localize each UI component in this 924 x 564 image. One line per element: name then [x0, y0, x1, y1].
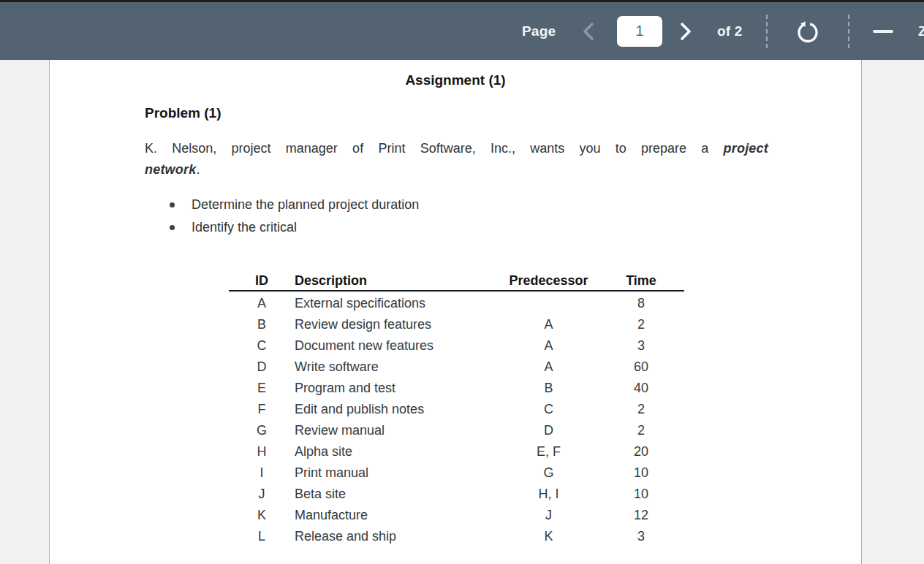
cell-predecessor: G: [499, 462, 598, 484]
bullet-item: Determine the planned project duration: [170, 194, 419, 216]
activity-table: ID Description Predecessor Time A Extern…: [229, 273, 684, 547]
cell-description: Beta site: [295, 484, 499, 505]
cell-predecessor: E, F: [499, 441, 598, 462]
cell-predecessor: [499, 291, 598, 314]
cell-id: A: [229, 291, 295, 314]
paragraph-bold-italic: network: [145, 162, 196, 177]
cell-time: 10: [598, 484, 684, 505]
cell-predecessor: D: [499, 420, 598, 441]
table-row: I Print manual G 10: [229, 462, 684, 484]
column-header-predecessor: Predecessor: [499, 273, 598, 291]
cell-description: Write software: [295, 357, 499, 378]
page-number-input[interactable]: [617, 16, 662, 47]
cell-description: Print manual: [295, 462, 499, 484]
cell-predecessor: A: [499, 335, 598, 357]
cell-predecessor: H, I: [499, 484, 598, 505]
cell-id: B: [229, 314, 295, 335]
next-page-button[interactable]: [679, 22, 692, 41]
pdf-page: Assignment (1) Problem (1) K. Nelson, pr…: [49, 60, 862, 564]
chevron-right-icon: [679, 32, 692, 43]
zoom-label-clipped: Z: [918, 23, 924, 39]
table-row: A External specifications 8: [229, 291, 684, 314]
table-row: K Manufacture J 12: [229, 505, 684, 526]
bullet-icon: [170, 202, 175, 207]
paragraph-line-2: network.: [145, 159, 768, 180]
cell-time: 8: [598, 291, 684, 314]
bullet-item: Identify the critical: [170, 217, 297, 238]
cell-id: J: [229, 484, 295, 505]
paragraph-text: K. Nelson, project manager of Print Soft…: [145, 141, 708, 156]
table-header-row: ID Description Predecessor Time: [229, 273, 684, 291]
rotate-page-button[interactable]: [794, 18, 822, 45]
column-header-id: ID: [229, 273, 295, 291]
cell-id: E: [229, 378, 295, 399]
table-row: J Beta site H, I 10: [229, 484, 684, 505]
cell-description: Review design features: [295, 314, 499, 335]
table-row: G Review manual D 2: [229, 420, 684, 441]
cell-time: 2: [598, 420, 684, 441]
intro-paragraph: K. Nelson, project manager of Print Soft…: [145, 138, 768, 180]
zoom-out-button[interactable]: [871, 22, 895, 41]
cell-id: C: [229, 335, 295, 357]
cell-description: Alpha site: [295, 441, 499, 462]
cell-time: 20: [598, 441, 684, 462]
cell-id: G: [229, 420, 295, 441]
page-label: Page: [522, 23, 556, 39]
cell-predecessor: C: [499, 399, 598, 420]
cell-time: 2: [598, 314, 684, 335]
cell-predecessor: J: [499, 505, 598, 526]
previous-page-button[interactable]: [582, 22, 594, 41]
cell-time: 3: [598, 526, 684, 547]
cell-time: 2: [598, 399, 684, 420]
cell-time: 40: [598, 378, 684, 399]
section-heading: Problem (1): [145, 105, 221, 121]
table-row: D Write software A 60: [229, 357, 684, 378]
column-header-time: Time: [598, 273, 684, 291]
toolbar-divider: [848, 15, 849, 48]
cell-id: D: [229, 357, 295, 378]
paragraph-text: .: [196, 162, 200, 177]
cell-description: Program and test: [295, 378, 499, 399]
cell-predecessor: A: [499, 357, 598, 378]
cell-id: L: [229, 526, 295, 547]
bullet-text: Identify the critical: [192, 220, 297, 235]
column-header-description: Description: [295, 273, 499, 291]
table-header: ID Description Predecessor Time: [229, 273, 684, 291]
cell-id: H: [229, 441, 295, 462]
of-pages-label: of 2: [717, 23, 743, 39]
document-title: Assignment (1): [50, 72, 861, 88]
cell-time: 12: [598, 505, 684, 526]
cell-predecessor: A: [499, 314, 598, 335]
cell-time: 60: [598, 357, 684, 378]
table-row: C Document new features A 3: [229, 335, 684, 357]
cell-description: Manufacture: [295, 505, 499, 526]
cell-description: Document new features: [295, 335, 499, 357]
bullet-icon: [170, 225, 175, 230]
cell-time: 10: [598, 462, 684, 484]
cell-id: K: [229, 505, 295, 526]
pdf-viewer-toolbar: Page of 2 Z: [0, 2, 924, 60]
table-row: F Edit and publish notes C 2: [229, 399, 684, 420]
paragraph-bold-italic: project: [724, 141, 768, 156]
cell-predecessor: K: [499, 526, 598, 547]
chevron-left-icon: [582, 32, 594, 43]
cell-description: Edit and publish notes: [295, 399, 499, 420]
table-row: B Review design features A 2: [229, 314, 684, 335]
paragraph-line-1: K. Nelson, project manager of Print Soft…: [145, 138, 768, 159]
toolbar-divider: [766, 15, 768, 48]
minus-icon: [873, 30, 893, 33]
cell-time: 3: [598, 335, 684, 357]
cell-predecessor: B: [499, 378, 598, 399]
cell-description: Release and ship: [295, 526, 499, 547]
table-row: E Program and test B 40: [229, 378, 684, 399]
rotate-clockwise-icon: [794, 37, 822, 47]
cell-description: External specifications: [295, 291, 499, 314]
bullet-text: Determine the planned project duration: [192, 197, 419, 213]
table-row: H Alpha site E, F 20: [229, 441, 684, 462]
cell-description: Review manual: [295, 420, 499, 441]
table-row: L Release and ship K 3: [229, 526, 684, 547]
cell-id: I: [229, 462, 295, 484]
cell-id: F: [229, 399, 295, 420]
